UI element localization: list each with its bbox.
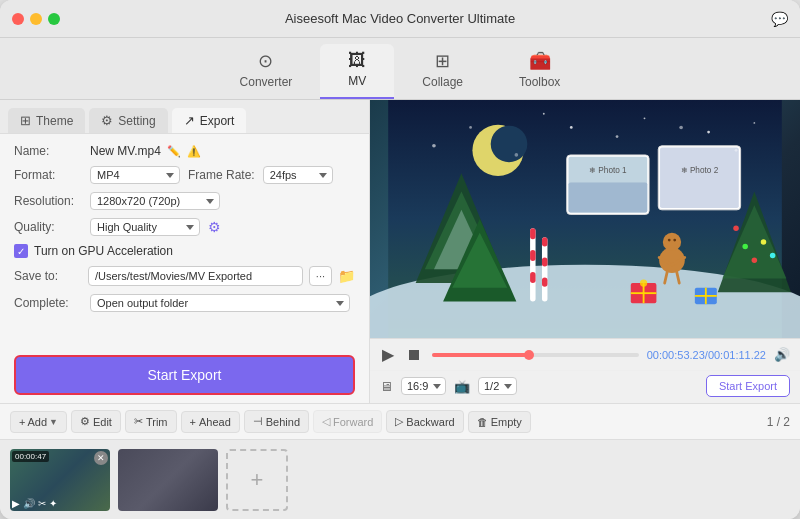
svg-rect-24 [569,182,648,212]
player-controls2: 🖥 16:9 📺 1/2 Start Export [370,370,800,403]
svg-point-55 [679,126,683,130]
svg-text:❄ Photo 1: ❄ Photo 1 [589,166,627,175]
clip-thumb-2[interactable] [118,449,218,511]
backward-label: Backward [406,416,454,428]
backward-button[interactable]: ▷ Backward [386,410,463,433]
resolution-select[interactable]: 1280x720 (720p) [90,192,220,210]
ahead-button[interactable]: + Ahead [181,411,240,433]
tab-mv-label: MV [348,74,366,88]
name-label: Name: [14,144,82,158]
start-export-large-button[interactable]: Start Export [14,355,355,395]
quality-settings-icon[interactable]: ⚙ [208,219,221,235]
saveto-path: /Users/test/Movies/MV Exported [88,266,303,286]
tab-toolbox[interactable]: 🧰 Toolbox [491,44,588,99]
svg-point-47 [742,244,747,249]
clip-duration-badge: 00:00:47 [12,451,49,462]
svg-point-3 [570,126,573,129]
quality-label: Quality: [14,220,82,234]
tab-mv[interactable]: 🖼 MV [320,44,394,99]
svg-point-49 [752,257,757,262]
left-panel: ⊞ Theme ⚙ Setting ↗ Export Name: [0,100,370,403]
complete-select[interactable]: Open output folder [90,294,350,312]
quality-select[interactable]: High Quality [90,218,200,236]
time-current: 00:00:53.23 [647,349,705,361]
svg-rect-27 [660,148,739,208]
format-row: Format: MP4 Frame Rate: 24fps [14,166,355,184]
name-row: Name: New MV.mp4 ✏️ ⚠️ [14,144,355,158]
nav-tabs: ⊙ Converter 🖼 MV ⊞ Collage 🧰 Toolbox [0,38,800,100]
progress-thumb [524,350,534,360]
behind-label: Behind [266,416,300,428]
setting-icon: ⚙ [101,113,113,128]
svg-point-48 [761,239,766,244]
saveto-label: Save to: [14,269,82,283]
clip-area: 00:00:47 ✕ ▶ 🔊 ✂ ✦ + [0,439,800,519]
sub-tab-export[interactable]: ↗ Export [172,108,247,133]
folder-icon[interactable]: 📁 [338,268,355,284]
tab-converter-label: Converter [240,75,293,89]
maximize-button[interactable] [48,13,60,25]
resolution-label: Resolution: [14,194,82,208]
app-window: Aiseesoft Mac Video Converter Ultimate 💬… [0,0,800,519]
tab-toolbox-label: Toolbox [519,75,560,89]
add-button[interactable]: + Add ▼ [10,411,67,433]
svg-rect-20 [542,257,547,266]
fraction-select[interactable]: 1/2 [478,377,517,395]
aspect-select[interactable]: 16:9 [401,377,446,395]
tab-collage[interactable]: ⊞ Collage [394,44,491,99]
svg-rect-19 [542,237,547,246]
empty-label: Empty [491,416,522,428]
close-button[interactable] [12,13,24,25]
tab-converter[interactable]: ⊙ Converter [212,44,321,99]
clip-audio-icon: 🔊 [23,498,35,509]
svg-point-6 [753,122,755,124]
sub-tabs: ⊞ Theme ⚙ Setting ↗ Export [0,100,369,134]
clip-thumb-1[interactable]: 00:00:47 ✕ ▶ 🔊 ✂ ✦ [10,449,110,511]
framerate-label: Frame Rate: [188,168,255,182]
play-button[interactable]: ▶ [380,345,396,364]
stop-button[interactable]: ⏹ [404,346,424,364]
behind-button[interactable]: ⊣ Behind [244,410,309,433]
svg-point-54 [616,135,619,138]
format-select[interactable]: MP4 [90,166,180,184]
svg-point-30 [663,233,681,251]
edit-button[interactable]: ⚙ Edit [71,410,121,433]
video-scene-svg: ❄ Photo 1 ❄ Photo 2 [370,100,800,338]
volume-icon[interactable]: 🔊 [774,347,790,362]
svg-rect-18 [542,237,547,301]
clip-controls: ▶ 🔊 ✂ ✦ [12,498,57,509]
screen-icon: 📺 [454,379,470,394]
converter-icon: ⊙ [258,50,273,72]
sub-tab-setting-label: Setting [118,114,155,128]
video-preview: ❄ Photo 1 ❄ Photo 2 [370,100,800,338]
add-clip-button[interactable]: + [226,449,288,511]
minimize-button[interactable] [30,13,42,25]
gpu-checkbox[interactable]: ✓ [14,244,28,258]
empty-button[interactable]: 🗑 Empty [468,411,531,433]
sub-tab-theme[interactable]: ⊞ Theme [8,108,85,133]
sub-tab-setting[interactable]: ⚙ Setting [89,108,167,133]
info-icon[interactable]: ⚠️ [187,145,201,158]
form-area: Name: New MV.mp4 ✏️ ⚠️ Format: MP4 Frame… [0,134,369,347]
svg-point-31 [668,239,671,242]
svg-point-2 [491,126,528,163]
clip-close-button[interactable]: ✕ [94,451,108,465]
progress-track[interactable] [432,353,639,357]
export-icon: ↗ [184,113,195,128]
svg-rect-15 [530,228,535,239]
framerate-select[interactable]: 24fps [263,166,333,184]
svg-point-46 [733,225,738,230]
forward-button[interactable]: ◁ Forward [313,410,382,433]
tab-collage-label: Collage [422,75,463,89]
name-value: New MV.mp4 [90,144,161,158]
start-export-small-button[interactable]: Start Export [706,375,790,397]
edit-name-icon[interactable]: ✏️ [167,145,181,158]
trim-button[interactable]: ✂ Trim [125,410,177,433]
trim-label: Trim [146,416,168,428]
sub-tab-export-label: Export [200,114,235,128]
browse-button[interactable]: ··· [309,266,332,286]
svg-rect-14 [530,228,535,301]
gpu-row: ✓ Turn on GPU Acceleration [14,244,355,258]
message-icon[interactable]: 💬 [771,11,788,27]
collage-icon: ⊞ [435,50,450,72]
